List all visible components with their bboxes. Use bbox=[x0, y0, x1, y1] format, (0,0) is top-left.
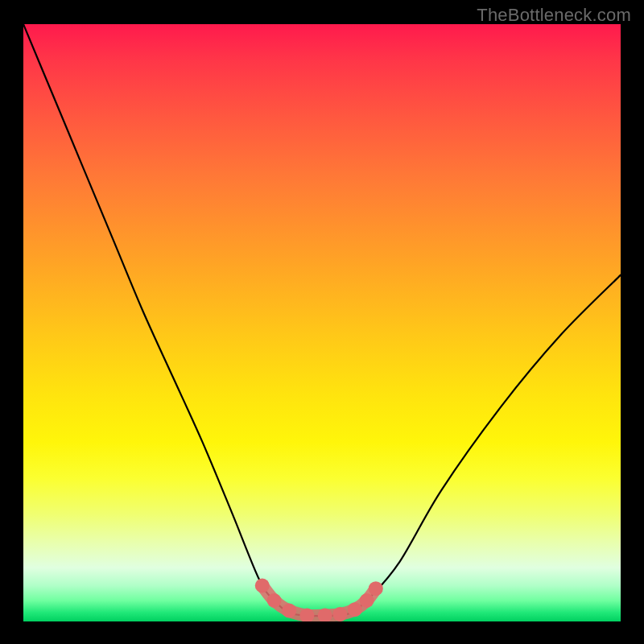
floor-marker-dot bbox=[255, 579, 270, 593]
watermark-text: TheBottleneck.com bbox=[477, 5, 631, 26]
floor-marker-dot bbox=[282, 604, 296, 618]
chart-frame: TheBottleneck.com bbox=[0, 0, 644, 644]
plot-area bbox=[23, 24, 621, 621]
floor-marker-dot bbox=[369, 581, 383, 596]
bottleneck-curve bbox=[23, 24, 621, 616]
floor-markers bbox=[255, 579, 383, 622]
floor-marker-dot bbox=[348, 602, 362, 617]
floor-marker-dot bbox=[360, 593, 374, 608]
curve-layer bbox=[23, 24, 621, 621]
floor-marker-dot bbox=[267, 593, 282, 608]
floor-marker-dot bbox=[332, 607, 347, 621]
